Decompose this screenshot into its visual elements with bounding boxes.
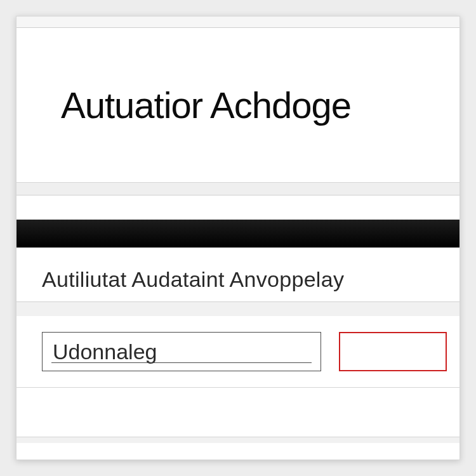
section-divider-bar: [17, 220, 459, 248]
section-label-text: Autiliutat Audataint Anvoppelay: [42, 267, 344, 292]
header-top-strip: [17, 17, 459, 28]
footer-strip: [17, 437, 459, 443]
title-block: Autuatior Achdoge: [17, 28, 459, 183]
input-underline: [51, 362, 312, 363]
section-gap-strip: [17, 302, 459, 316]
title-underline-strip: [17, 183, 459, 195]
dialog-title: Autuatior Achdoge: [61, 84, 351, 126]
input-value: Udonnaleg: [53, 340, 157, 364]
action-button[interactable]: [339, 332, 447, 371]
bottom-rule: [17, 387, 459, 388]
primary-text-input[interactable]: Udonnaleg: [42, 332, 321, 371]
dialog-window: Autuatior Achdoge Autiliutat Audataint A…: [16, 16, 460, 460]
form-row: Udonnaleg: [17, 316, 459, 387]
section-label: Autiliutat Audataint Anvoppelay: [17, 258, 459, 302]
